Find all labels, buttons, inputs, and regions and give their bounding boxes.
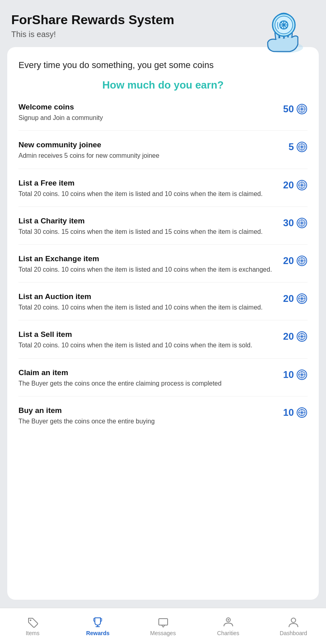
reward-text: Welcome coinsSignup and Join a community [18,103,283,122]
svg-point-62 [30,619,31,621]
reward-item: List a Sell itemTotal 20 coins. 10 coins… [18,330,308,358]
reward-text: List an Exchange itemTotal 20 coins. 10 … [18,254,283,274]
coin-number: 20 [283,331,294,342]
coin-number: 20 [283,255,294,266]
reward-coins: 10 [283,369,308,380]
reward-title: New community joinee [18,140,282,149]
bottom-navigation: Items Rewards Messages [0,608,326,644]
reward-title: Welcome coins [18,103,277,111]
reward-desc: Total 20 coins. 10 coins when the item i… [18,265,277,274]
coin-number: 20 [283,293,294,304]
reward-item: Buy an itemThe Buyer gets the coins once… [18,406,308,434]
nav-item-items[interactable]: Items [0,608,65,644]
rewards-illustration [258,4,310,56]
reward-desc: Signup and Join a community [18,113,277,122]
svg-rect-65 [159,619,168,625]
nav-label-rewards: Rewards [86,630,109,636]
svg-point-68 [291,618,295,622]
rewards-list: Welcome coinsSignup and Join a community… [18,103,308,434]
reward-desc: Total 30 coins. 15 coins when the item i… [18,227,277,236]
reward-desc: Total 20 coins. 10 coins when the item i… [18,341,277,350]
nav-item-dashboard[interactable]: Dashboard [261,608,326,644]
card-intro-text: Every time you do something, you get som… [18,59,308,72]
reward-text: List a Charity itemTotal 30 coins. 15 co… [18,217,283,236]
coin-icon [296,369,308,380]
reward-coins: 20 [283,255,308,266]
reward-desc: Total 20 coins. 10 coins when the item i… [18,303,277,312]
rewards-card: Every time you do something, you get som… [7,47,319,600]
reward-title: List an Auction item [18,292,277,301]
header: ForShare Rewards System This is easy! [0,0,326,43]
reward-item: Welcome coinsSignup and Join a community… [18,103,308,131]
nav-label-items: Items [26,630,39,636]
nav-item-messages[interactable]: Messages [130,608,195,644]
trophy-icon [92,616,104,628]
coin-number: 10 [283,407,294,418]
reward-item: New community joineeAdmin receives 5 coi… [18,140,308,169]
coin-icon [296,293,308,304]
coin-icon [296,141,308,153]
svg-point-67 [228,619,229,621]
reward-title: Buy an item [18,406,277,415]
person-icon [287,616,299,628]
message-icon [157,616,169,628]
coin-icon [296,331,308,342]
reward-item: List a Free itemTotal 20 coins. 10 coins… [18,179,308,207]
reward-title: List a Free item [18,179,277,188]
reward-coins: 10 [283,407,308,418]
reward-text: List an Auction itemTotal 20 coins. 10 c… [18,292,283,312]
reward-item: List an Exchange itemTotal 20 coins. 10 … [18,254,308,283]
reward-desc: The Buyer gets the coins once the entire… [18,379,277,388]
reward-coins: 5 [289,141,308,153]
reward-desc: Admin receives 5 coins for new community… [18,151,282,160]
reward-title: List an Exchange item [18,254,277,263]
reward-coins: 20 [283,293,308,304]
reward-item: Claim an itemThe Buyer gets the coins on… [18,368,308,396]
reward-title: List a Sell item [18,330,277,339]
charity-icon [222,616,234,628]
coin-icon [296,255,308,266]
reward-text: New community joineeAdmin receives 5 coi… [18,140,289,160]
coin-number: 50 [283,103,294,115]
reward-text: Buy an itemThe Buyer gets the coins once… [18,406,283,426]
reward-title: List a Charity item [18,217,277,225]
reward-text: List a Sell itemTotal 20 coins. 10 coins… [18,330,283,350]
nav-label-dashboard: Dashboard [280,630,308,636]
reward-text: Claim an itemThe Buyer gets the coins on… [18,368,283,388]
nav-item-charities[interactable]: Charities [196,608,261,644]
earn-heading: How much do you earn? [18,79,308,91]
coin-icon [296,103,308,115]
tag-icon [27,616,39,628]
reward-desc: Total 20 coins. 10 coins when the item i… [18,189,277,198]
coin-icon [296,407,308,418]
reward-desc: The Buyer gets the coins once the entire… [18,417,277,426]
nav-label-messages: Messages [150,630,176,636]
coin-icon [296,217,308,229]
reward-coins: 30 [283,217,308,229]
reward-coins: 50 [283,103,308,115]
coin-number: 20 [283,180,294,191]
reward-title: Claim an item [18,368,277,377]
coin-number: 30 [283,217,294,229]
reward-item: List a Charity itemTotal 30 coins. 15 co… [18,217,308,245]
coin-icon [296,180,308,191]
reward-item: List an Auction itemTotal 20 coins. 10 c… [18,292,308,320]
coin-number: 5 [289,141,294,153]
nav-label-charities: Charities [217,630,239,636]
reward-coins: 20 [283,180,308,191]
reward-coins: 20 [283,331,308,342]
coin-number: 10 [283,369,294,380]
reward-text: List a Free itemTotal 20 coins. 10 coins… [18,179,283,198]
nav-item-rewards[interactable]: Rewards [65,608,130,644]
